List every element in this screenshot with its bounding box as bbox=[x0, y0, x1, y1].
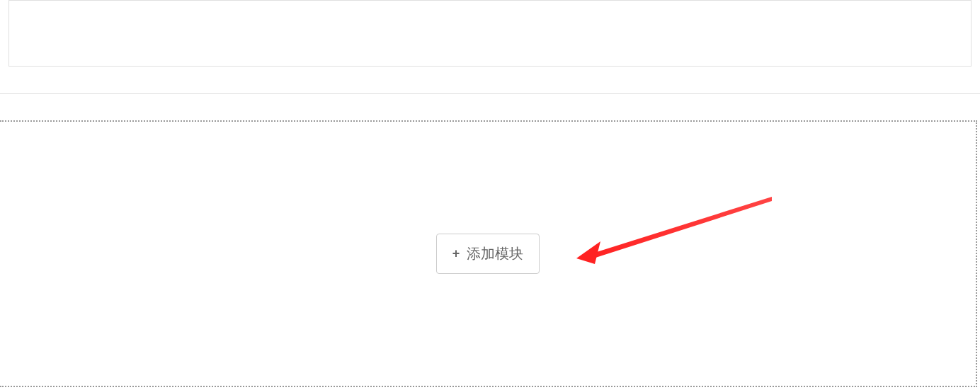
add-module-dropzone: + 添加模块 bbox=[0, 120, 977, 387]
section-divider bbox=[0, 93, 980, 94]
top-content-panel bbox=[8, 0, 972, 67]
add-module-label: 添加模块 bbox=[467, 244, 523, 263]
add-module-button[interactable]: + 添加模块 bbox=[436, 234, 540, 274]
plus-icon: + bbox=[452, 246, 460, 261]
